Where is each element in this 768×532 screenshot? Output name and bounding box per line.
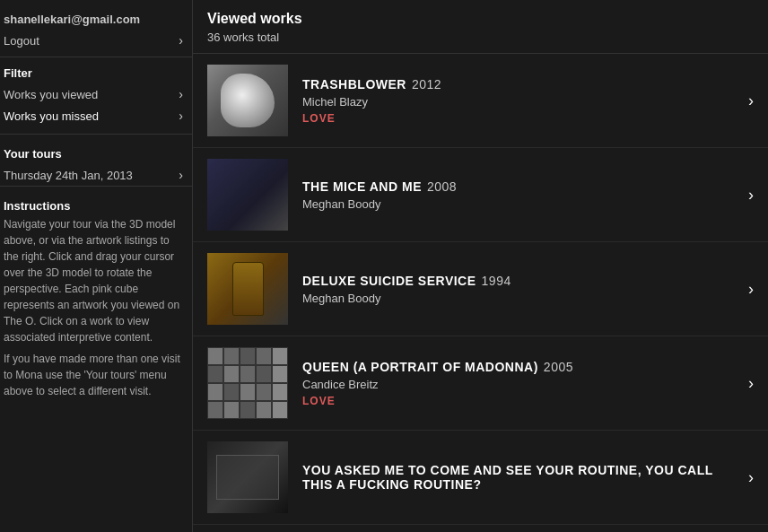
artwork-title: YOU ASKED ME TO COME AND SEE YOUR ROUTIN… [302, 463, 737, 492]
tour-date-arrow-icon: › [179, 168, 183, 182]
logout-button[interactable]: Logout › [0, 31, 192, 57]
logout-label: Logout [4, 34, 39, 48]
artwork-title: TRASHBLOWER2012 [302, 77, 737, 92]
instructions-body-2: If you have made more than one visit to … [0, 351, 192, 405]
artwork-year: 1994 [482, 274, 511, 288]
artwork-navigate-icon[interactable]: › [748, 186, 754, 205]
works-you-missed-label: Works you missed [4, 109, 99, 123]
artwork-artist: Meghan Boody [302, 292, 737, 305]
artwork-tag: LOVE [302, 112, 737, 125]
artwork-row[interactable]: YOU ASKED ME TO COME AND SEE YOUR ROUTIN… [193, 431, 768, 525]
artwork-row[interactable]: THE MICE AND ME2008Meghan Boody› [193, 148, 768, 242]
artwork-info: DELUXE SUICIDE SERVICE1994Meghan Boody [288, 274, 737, 305]
instructions-heading: Instructions [0, 192, 192, 216]
sidebar: shanellekari@gmail.com Logout › Filter W… [0, 0, 193, 532]
your-tours-label: Your tours [0, 138, 192, 164]
artwork-artist: Meghan Boody [302, 197, 737, 211]
artwork-title: QUEEN (A PORTRAIT OF MADONNA)2005 [302, 360, 737, 374]
artwork-info: TRASHBLOWER2012Michel BlazyLOVE [288, 77, 737, 125]
artwork-thumbnail [207, 159, 288, 231]
works-you-viewed-label: Works you viewed [4, 88, 98, 101]
artwork-navigate-icon[interactable]: › [748, 280, 754, 299]
artwork-thumbnail [207, 253, 288, 325]
artwork-title: DELUXE SUICIDE SERVICE1994 [302, 274, 737, 288]
artwork-year: 2012 [412, 77, 441, 92]
artwork-row[interactable]: TRASHBLOWER2012Michel BlazyLOVE› [193, 54, 768, 148]
artwork-list: TRASHBLOWER2012Michel BlazyLOVE›THE MICE… [193, 54, 768, 525]
main-header: Viewed works 36 works total [193, 11, 768, 54]
user-email: shanellekari@gmail.com [0, 11, 192, 31]
artwork-title: THE MICE AND ME2008 [302, 179, 737, 194]
sidebar-divider-1 [0, 134, 192, 135]
works-you-viewed-item[interactable]: Works you viewed › [0, 83, 192, 105]
works-missed-arrow-icon: › [179, 109, 183, 123]
artwork-row[interactable]: QUEEN (A PORTRAIT OF MADONNA)2005Candice… [193, 336, 768, 431]
artwork-info: YOU ASKED ME TO COME AND SEE YOUR ROUTIN… [288, 463, 737, 492]
artwork-thumbnail [207, 347, 288, 419]
artwork-tag: LOVE [302, 395, 737, 407]
tour-date-label: Thursday 24th Jan, 2013 [4, 169, 133, 182]
works-you-missed-item[interactable]: Works you missed › [0, 105, 192, 126]
filter-label: Filter [0, 57, 192, 83]
artwork-row[interactable]: DELUXE SUICIDE SERVICE1994Meghan Boody› [193, 242, 768, 336]
artwork-info: THE MICE AND ME2008Meghan Boody [288, 179, 737, 211]
artwork-navigate-icon[interactable]: › [748, 92, 754, 110]
main-content: Viewed works 36 works total TRASHBLOWER2… [193, 0, 768, 532]
artwork-info: QUEEN (A PORTRAIT OF MADONNA)2005Candice… [288, 360, 737, 407]
artwork-year: 2008 [427, 179, 457, 194]
artwork-year: 2005 [544, 360, 573, 374]
works-viewed-arrow-icon: › [179, 87, 183, 101]
artwork-artist: Michel Blazy [302, 95, 737, 109]
artwork-thumbnail [207, 65, 288, 136]
artwork-navigate-icon[interactable]: › [748, 374, 754, 393]
artwork-thumbnail [207, 441, 288, 513]
artwork-navigate-icon[interactable]: › [748, 468, 754, 487]
artwork-artist: Candice Breitz [302, 378, 737, 391]
tour-date-item[interactable]: Thursday 24th Jan, 2013 › [0, 164, 192, 187]
works-count: 36 works total [207, 31, 754, 44]
logout-arrow-icon: › [179, 33, 183, 48]
main-title: Viewed works [207, 11, 754, 27]
instructions-body-1: Navigate your tour via the 3D model abov… [0, 216, 192, 351]
